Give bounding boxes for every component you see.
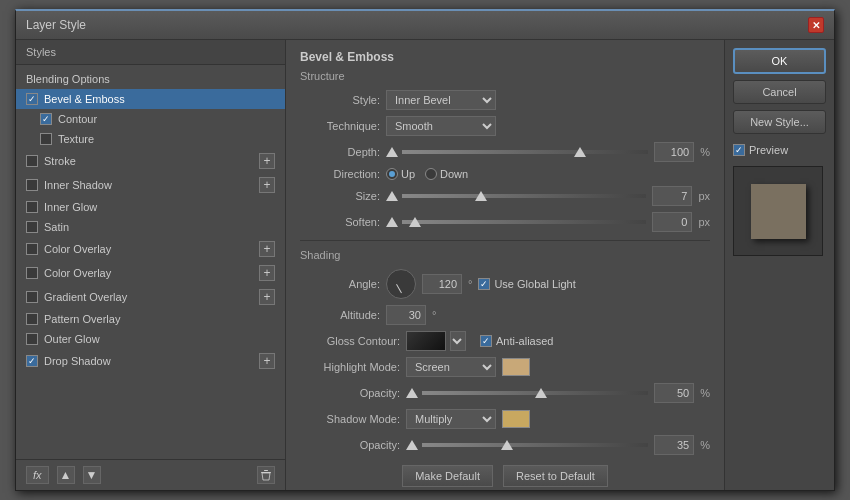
cancel-button[interactable]: Cancel xyxy=(733,80,826,104)
direction-down-option[interactable]: Down xyxy=(425,168,468,180)
direction-up-option[interactable]: Up xyxy=(386,168,415,180)
highlight-mode-select[interactable]: Screen Normal Multiply xyxy=(406,357,496,377)
size-slider-track[interactable] xyxy=(402,194,646,198)
gradient-overlay-add-button[interactable]: + xyxy=(259,289,275,305)
contour-checkbox[interactable] xyxy=(40,113,52,125)
direction-up-label: Up xyxy=(401,168,415,180)
size-input[interactable] xyxy=(652,186,692,206)
highlight-opacity-unit: % xyxy=(700,387,710,399)
shadow-mode-label: Shadow Mode: xyxy=(300,413,400,425)
shadow-opacity-input[interactable] xyxy=(654,435,694,455)
delete-button[interactable] xyxy=(257,466,275,484)
styles-header: Styles xyxy=(16,40,285,65)
inner-glow-checkbox[interactable] xyxy=(26,201,38,213)
shadow-mode-select[interactable]: Multiply Normal Screen xyxy=(406,409,496,429)
sidebar-item-outer-glow[interactable]: Outer Glow xyxy=(16,329,285,349)
outer-glow-checkbox[interactable] xyxy=(26,333,38,345)
section-title: Bevel & Emboss xyxy=(300,50,710,64)
drop-shadow-add-button[interactable]: + xyxy=(259,353,275,369)
sidebar-item-blending-options[interactable]: Blending Options xyxy=(16,69,285,89)
right-panel: OK Cancel New Style... Preview xyxy=(724,40,834,490)
sidebar-item-stroke[interactable]: Stroke + xyxy=(16,149,285,173)
angle-row: Angle: ° Use Global Light xyxy=(300,269,710,299)
ok-button[interactable]: OK xyxy=(733,48,826,74)
soften-slider-icon xyxy=(386,217,398,227)
anti-aliased-checkbox[interactable] xyxy=(480,335,492,347)
shadow-opacity-slider-icon xyxy=(406,440,418,450)
color-overlay-1-add-button[interactable]: + xyxy=(259,241,275,257)
soften-slider-track[interactable] xyxy=(402,220,646,224)
direction-down-label: Down xyxy=(440,168,468,180)
shadow-color-swatch[interactable] xyxy=(502,410,530,428)
gradient-overlay-label: Gradient Overlay xyxy=(44,291,127,303)
blending-options-label: Blending Options xyxy=(26,73,110,85)
shadow-opacity-track[interactable] xyxy=(422,443,648,447)
sidebar-item-texture[interactable]: Texture xyxy=(16,129,285,149)
color-overlay-1-label: Color Overlay xyxy=(44,243,111,255)
highlight-opacity-slider[interactable] xyxy=(406,388,648,398)
depth-slider-icon xyxy=(386,147,398,157)
sidebar-item-pattern-overlay[interactable]: Pattern Overlay xyxy=(16,309,285,329)
direction-down-radio[interactable] xyxy=(425,168,437,180)
sidebar-item-inner-shadow[interactable]: Inner Shadow + xyxy=(16,173,285,197)
fx-button[interactable]: fx xyxy=(26,466,49,484)
highlight-mode-row: Highlight Mode: Screen Normal Multiply xyxy=(300,357,710,377)
svg-rect-1 xyxy=(264,470,268,471)
inner-shadow-add-button[interactable]: + xyxy=(259,177,275,193)
left-panel-footer: fx ▲ ▼ xyxy=(16,459,285,490)
sidebar-item-satin[interactable]: Satin xyxy=(16,217,285,237)
angle-dial[interactable] xyxy=(386,269,416,299)
color-overlay-1-checkbox[interactable] xyxy=(26,243,38,255)
altitude-input[interactable] xyxy=(386,305,426,325)
sidebar-item-color-overlay-2[interactable]: Color Overlay + xyxy=(16,261,285,285)
angle-unit: ° xyxy=(468,278,472,290)
move-down-button[interactable]: ▼ xyxy=(83,466,101,484)
color-overlay-2-checkbox[interactable] xyxy=(26,267,38,279)
gloss-contour-preview[interactable] xyxy=(406,331,446,351)
global-light-checkbox[interactable] xyxy=(478,278,490,290)
highlight-opacity-track[interactable] xyxy=(422,391,648,395)
move-up-button[interactable]: ▲ xyxy=(57,466,75,484)
middle-panel: Bevel & Emboss Structure Style: Inner Be… xyxy=(286,40,724,490)
dialog-title: Layer Style xyxy=(26,18,86,32)
style-select[interactable]: Inner Bevel Outer Bevel Emboss Pillow Em… xyxy=(386,90,496,110)
drop-shadow-checkbox[interactable] xyxy=(26,355,38,367)
depth-slider-track[interactable] xyxy=(402,150,648,154)
highlight-opacity-input[interactable] xyxy=(654,383,694,403)
bevel-emboss-checkbox[interactable] xyxy=(26,93,38,105)
depth-slider[interactable] xyxy=(386,147,648,157)
soften-slider[interactable] xyxy=(386,217,646,227)
sidebar-item-bevel-emboss[interactable]: Bevel & Emboss xyxy=(16,89,285,109)
dialog-body: Styles Blending Options Bevel & Emboss C… xyxy=(16,40,834,490)
shadow-opacity-slider[interactable] xyxy=(406,440,648,450)
depth-input[interactable] xyxy=(654,142,694,162)
preview-box xyxy=(733,166,823,256)
sidebar-item-gradient-overlay[interactable]: Gradient Overlay + xyxy=(16,285,285,309)
sidebar-item-contour[interactable]: Contour xyxy=(16,109,285,129)
stroke-checkbox[interactable] xyxy=(26,155,38,167)
pattern-overlay-checkbox[interactable] xyxy=(26,313,38,325)
close-button[interactable]: ✕ xyxy=(808,17,824,33)
gradient-overlay-checkbox[interactable] xyxy=(26,291,38,303)
technique-row: Technique: Smooth Chisel Hard Chisel Sof… xyxy=(300,116,710,136)
reset-to-default-button[interactable]: Reset to Default xyxy=(503,465,608,487)
sidebar-item-drop-shadow[interactable]: Drop Shadow + xyxy=(16,349,285,373)
size-slider[interactable] xyxy=(386,191,646,201)
sidebar-item-color-overlay-1[interactable]: Color Overlay + xyxy=(16,237,285,261)
sidebar-item-inner-glow[interactable]: Inner Glow xyxy=(16,197,285,217)
satin-checkbox[interactable] xyxy=(26,221,38,233)
direction-up-radio[interactable] xyxy=(386,168,398,180)
stroke-add-button[interactable]: + xyxy=(259,153,275,169)
angle-input[interactable] xyxy=(422,274,462,294)
technique-select[interactable]: Smooth Chisel Hard Chisel Soft xyxy=(386,116,496,136)
color-overlay-2-add-button[interactable]: + xyxy=(259,265,275,281)
stroke-label: Stroke xyxy=(44,155,76,167)
gloss-contour-select[interactable]: ▾ xyxy=(450,331,466,351)
texture-checkbox[interactable] xyxy=(40,133,52,145)
highlight-color-swatch[interactable] xyxy=(502,358,530,376)
soften-input[interactable] xyxy=(652,212,692,232)
preview-checkbox[interactable] xyxy=(733,144,745,156)
inner-shadow-checkbox[interactable] xyxy=(26,179,38,191)
make-default-button[interactable]: Make Default xyxy=(402,465,493,487)
new-style-button[interactable]: New Style... xyxy=(733,110,826,134)
